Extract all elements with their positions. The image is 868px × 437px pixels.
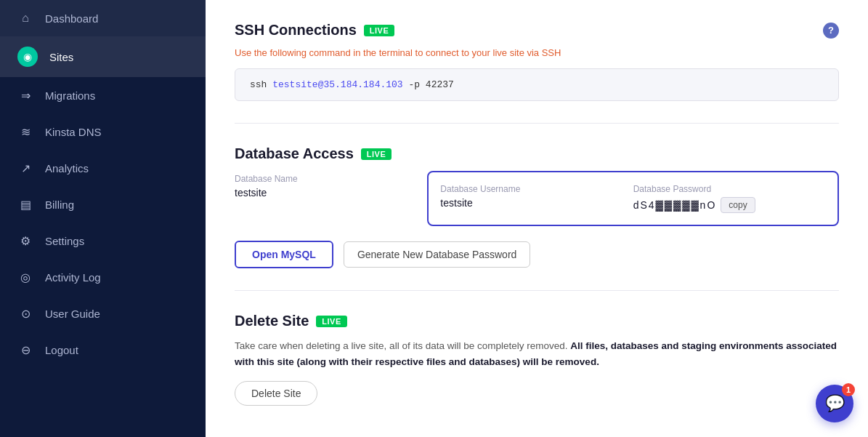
delete-desc-part1: Take care when deleting a live site, all… <box>235 340 570 351</box>
sidebar-item-activity-log[interactable]: ◎ Activity Log <box>0 259 206 295</box>
billing-icon: ▤ <box>17 196 33 212</box>
sidebar-item-settings[interactable]: ⚙ Settings <box>0 222 206 259</box>
activity-log-icon: ◎ <box>17 269 33 285</box>
kinsta-dns-icon: ≋ <box>17 124 33 140</box>
delete-description: Take care when deleting a live site, all… <box>235 338 839 369</box>
sidebar-item-logout[interactable]: ⊖ Logout <box>0 332 206 368</box>
db-username-label: Database Username <box>440 184 633 194</box>
sidebar-item-dashboard[interactable]: ⌂ Dashboard <box>0 0 206 36</box>
db-actions-row: Open MySQL Generate New Database Passwor… <box>235 241 839 268</box>
ssh-command-port: -p 42237 <box>403 79 454 90</box>
ssh-live-badge: LIVE <box>364 25 394 36</box>
ssh-section: SSH Connections LIVE ? Use the following… <box>235 22 839 124</box>
db-password-value: dS4▓▓▓▓▓nO <box>633 199 717 211</box>
ssh-command-block[interactable]: ssh testsite@35.184.184.103 -p 42237 <box>235 68 839 101</box>
sidebar-label-kinsta-dns: Kinsta DNS <box>45 126 102 138</box>
sites-icon: ◉ <box>17 47 38 67</box>
sidebar-label-settings: Settings <box>45 235 84 247</box>
migrations-icon: ⇒ <box>17 87 33 103</box>
ssh-section-title: SSH Connections <box>235 22 357 39</box>
copy-password-button[interactable]: copy <box>721 197 755 213</box>
db-credentials-highlighted: Database Username testsite Database Pass… <box>427 171 839 226</box>
ssh-command-host: testsite@35.184.184.103 <box>272 79 402 90</box>
delete-live-badge: LIVE <box>316 316 346 327</box>
sidebar-item-migrations[interactable]: ⇒ Migrations <box>0 77 206 113</box>
ssh-section-header: SSH Connections LIVE ? <box>235 22 839 39</box>
ssh-warning-text: Use the following command in the termina… <box>235 47 839 58</box>
db-password-label: Database Password <box>633 184 826 194</box>
sidebar-label-sites: Sites <box>49 51 73 63</box>
ssh-command-prefix: ssh <box>250 79 272 90</box>
delete-section-title: Delete Site <box>235 313 309 329</box>
db-section: Database Access LIVE Database Name tests… <box>235 145 839 291</box>
chat-badge: 1 <box>842 383 855 396</box>
open-mysql-button[interactable]: Open MySQL <box>235 241 333 268</box>
sidebar-label-logout: Logout <box>45 344 78 356</box>
main-content: SSH Connections LIVE ? Use the following… <box>206 0 868 437</box>
db-section-header: Database Access LIVE <box>235 145 839 162</box>
sidebar-item-analytics[interactable]: ↗ Analytics <box>0 150 206 186</box>
db-grid: Database Name testsite Database Username… <box>235 171 839 226</box>
sidebar-label-billing: Billing <box>45 199 74 211</box>
db-section-title: Database Access <box>235 145 354 162</box>
sidebar-label-analytics: Analytics <box>45 162 89 175</box>
db-name-col: Database Name testsite <box>235 171 427 226</box>
user-guide-icon: ⊙ <box>17 305 33 321</box>
sidebar: ⌂ Dashboard ◉ Sites ⇒ Migrations ≋ Kinst… <box>0 0 206 437</box>
sidebar-label-user-guide: User Guide <box>45 308 100 320</box>
sidebar-label-dashboard: Dashboard <box>45 12 98 25</box>
sidebar-label-migrations: Migrations <box>45 89 95 102</box>
sidebar-item-billing[interactable]: ▤ Billing <box>0 186 206 222</box>
sidebar-item-sites[interactable]: ◉ Sites <box>0 36 206 77</box>
sidebar-item-user-guide[interactable]: ⊙ User Guide <box>0 295 206 332</box>
db-live-badge: LIVE <box>361 148 392 160</box>
chat-bubble[interactable]: 💬 1 <box>816 385 853 422</box>
sidebar-item-kinsta-dns[interactable]: ≋ Kinsta DNS <box>0 113 206 150</box>
db-username-value: testsite <box>440 197 633 209</box>
ssh-help-icon[interactable]: ? <box>823 23 839 39</box>
dashboard-icon: ⌂ <box>17 10 33 26</box>
db-name-field: Database Name testsite <box>235 171 427 201</box>
generate-password-button[interactable]: Generate New Database Password <box>344 241 530 268</box>
db-name-label: Database Name <box>235 174 427 184</box>
logout-icon: ⊖ <box>17 342 33 358</box>
analytics-icon: ↗ <box>17 160 33 176</box>
db-password-field: Database Password dS4▓▓▓▓▓nO copy <box>633 181 826 216</box>
sidebar-label-activity-log: Activity Log <box>45 271 101 284</box>
settings-icon: ⚙ <box>17 233 33 249</box>
delete-site-button[interactable]: Delete Site <box>235 381 317 406</box>
db-name-value: testsite <box>235 187 427 199</box>
delete-section: Delete Site LIVE Take care when deleting… <box>235 313 839 428</box>
db-password-row: dS4▓▓▓▓▓nO copy <box>633 197 826 213</box>
db-username-field: Database Username testsite <box>440 181 633 216</box>
chat-icon: 💬 <box>825 394 845 413</box>
delete-section-header: Delete Site LIVE <box>235 313 839 329</box>
